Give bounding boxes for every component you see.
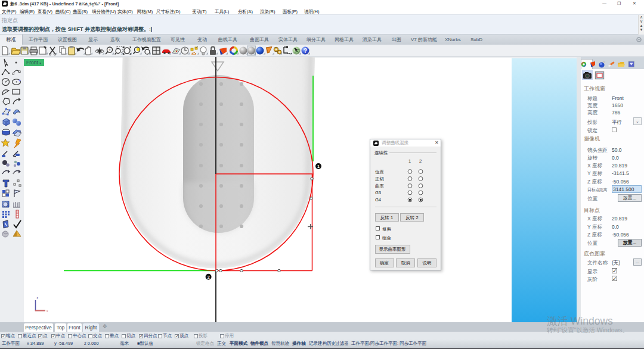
svg-text:1: 1 bbox=[317, 164, 320, 169]
svg-text:z: z bbox=[37, 296, 39, 300]
svg-text:x: x bbox=[47, 309, 48, 313]
svg-text:2: 2 bbox=[208, 275, 210, 279]
svg-text:?: ? bbox=[304, 48, 307, 54]
